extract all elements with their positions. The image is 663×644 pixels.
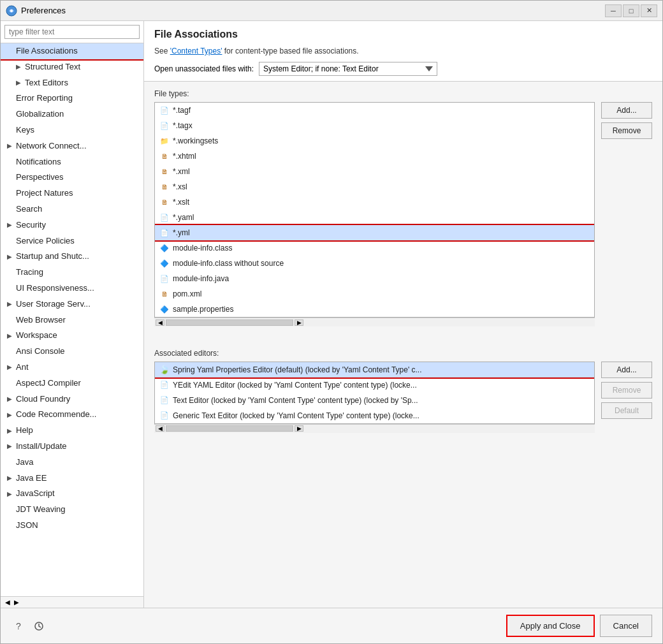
- sidebar-item-search[interactable]: Search: [1, 201, 143, 217]
- file-type-icon: 📄: [160, 228, 169, 237]
- sidebar-item-keys[interactable]: Keys: [1, 122, 143, 138]
- list-item[interactable]: 🗎 pom.xml: [155, 286, 594, 302]
- sidebar-back-button[interactable]: ◀: [3, 598, 12, 606]
- sidebar-item-java[interactable]: Java: [1, 455, 143, 471]
- cancel-button[interactable]: Cancel: [600, 615, 652, 637]
- sidebar-item-label: Error Reporting: [16, 92, 73, 105]
- list-item[interactable]: 📄 module-info.java: [155, 271, 594, 286]
- arrow-icon: ▶: [7, 299, 13, 309]
- list-item[interactable]: 📄 *.tagf: [155, 103, 594, 118]
- sidebar-item-aspectj-compiler[interactable]: AspectJ Compiler: [1, 376, 143, 392]
- sidebar-item-cloud-foundry[interactable]: ▶ Cloud Foundry: [1, 392, 143, 407]
- scroll-thumb[interactable]: [166, 425, 293, 432]
- sidebar-item-java-ee[interactable]: ▶ Java EE: [1, 471, 143, 487]
- sidebar-item-install-update[interactable]: ▶ Install/Update: [1, 439, 143, 455]
- editor-item-yedit[interactable]: 📄 YEdit YAML Editor (locked by 'Yaml Con…: [155, 377, 594, 393]
- sidebar-item-error-reporting[interactable]: Error Reporting: [1, 91, 143, 106]
- file-types-label: File types:: [154, 89, 652, 98]
- list-item-yml[interactable]: 📄 *.yml: [155, 225, 594, 240]
- scroll-right-arrow[interactable]: ▶: [295, 425, 303, 432]
- sidebar-item-javascript[interactable]: ▶ JavaScript: [1, 486, 143, 502]
- scroll-right-arrow[interactable]: ▶: [295, 319, 303, 326]
- list-item[interactable]: 🔷 module-info.class: [155, 240, 594, 256]
- sidebar-item-label: UI Responsiveness...: [16, 282, 94, 295]
- sidebar-item-structured-text[interactable]: ▶ Structured Text: [1, 59, 143, 75]
- sidebar-forward-button[interactable]: ▶: [12, 598, 21, 606]
- editor-label: Text Editor (locked by 'Yaml Content Typ…: [173, 395, 418, 406]
- sidebar-item-perspectives[interactable]: Perspectives: [1, 170, 143, 186]
- help-button[interactable]: ?: [11, 618, 26, 634]
- sidebar-item-help[interactable]: ▶ Help: [1, 423, 143, 439]
- restore-defaults-button[interactable]: [31, 618, 47, 634]
- filter-input[interactable]: [4, 25, 140, 39]
- add-editor-button[interactable]: Add...: [601, 362, 652, 378]
- list-item[interactable]: 🔷 module-info.class without source: [155, 256, 594, 271]
- sidebar-item-workspace[interactable]: ▶ Workspace: [1, 328, 143, 344]
- remove-file-type-button[interactable]: Remove: [601, 122, 652, 139]
- file-type-label: *.xml: [173, 166, 190, 177]
- list-item[interactable]: 📄 *.tagx: [155, 118, 594, 133]
- editor-item-text-editor[interactable]: 📄 Text Editor (locked by 'Yaml Content T…: [155, 393, 594, 408]
- sidebar-item-label: Keys: [16, 124, 34, 137]
- sidebar-item-text-editors[interactable]: ▶ Text Editors: [1, 75, 143, 91]
- sidebar-item-label: Project Natures: [16, 187, 73, 200]
- content-types-link[interactable]: 'Content Types': [170, 47, 222, 55]
- bottom-right-buttons: Apply and Close Cancel: [506, 615, 652, 637]
- sidebar-item-ansi-console[interactable]: Ansi Console: [1, 344, 143, 360]
- apply-close-button[interactable]: Apply and Close: [506, 615, 595, 637]
- list-item[interactable]: 🗎 *.xhtml: [155, 149, 594, 164]
- sidebar-item-label: AspectJ Compiler: [16, 377, 81, 390]
- minimize-button[interactable]: ─: [605, 4, 622, 17]
- sidebar-item-network-connect[interactable]: ▶ Network Connect...: [1, 138, 143, 154]
- sidebar-item-security[interactable]: ▶ Security: [1, 217, 143, 233]
- sidebar-item-json[interactable]: JSON: [1, 518, 143, 534]
- sidebar-item-web-browser[interactable]: Web Browser: [1, 312, 143, 328]
- sidebar-item-label: JDT Weaving: [16, 503, 66, 516]
- list-item[interactable]: 🗎 *.xsl: [155, 179, 594, 194]
- list-item[interactable]: 📄 *.yaml: [155, 210, 594, 225]
- sidebar-item-notifications[interactable]: Notifications: [1, 154, 143, 170]
- list-item[interactable]: 🗎 *.xml: [155, 164, 594, 179]
- sidebar-item-startup-shutdown[interactable]: ▶ Startup and Shutc...: [1, 249, 143, 265]
- editor-item-generic-text[interactable]: 📄 Generic Text Editor (locked by 'Yaml C…: [155, 408, 594, 423]
- file-types-h-scrollbar[interactable]: ◀ ▶: [154, 318, 595, 326]
- maximize-button[interactable]: □: [623, 4, 639, 17]
- scroll-left-arrow[interactable]: ◀: [156, 425, 164, 432]
- sidebar-item-label: Java: [16, 456, 33, 469]
- sidebar-item-label: Structured Text: [25, 61, 80, 74]
- sidebar-tree: File Associations ▶ Structured Text ▶ Te…: [1, 43, 143, 596]
- sidebar-item-file-associations[interactable]: File Associations: [1, 43, 143, 59]
- editor-item-spring-yaml[interactable]: 🍃 Spring Yaml Properties Editor (default…: [155, 362, 594, 377]
- preferences-window: Preferences ─ □ ✕ File Associations: [0, 0, 663, 644]
- editors-list: 🍃 Spring Yaml Properties Editor (default…: [154, 362, 595, 424]
- sidebar-item-user-storage[interactable]: ▶ User Storage Serv...: [1, 296, 143, 312]
- file-type-label: pom.xml: [173, 288, 201, 300]
- close-button[interactable]: ✕: [641, 4, 657, 17]
- list-item[interactable]: 🔷 sample.properties: [155, 302, 594, 317]
- remove-editor-button[interactable]: Remove: [601, 382, 652, 399]
- editors-section: Associated editors: 🍃 Spring Yaml Proper…: [154, 349, 652, 601]
- arrow-icon: ▶: [7, 252, 13, 262]
- spring-icon: 🍃: [160, 365, 169, 374]
- list-item[interactable]: 🗎 *.xslt: [155, 194, 594, 210]
- sidebar-item-tracing[interactable]: Tracing: [1, 265, 143, 281]
- sidebar-item-code-recommende[interactable]: ▶ Code Recommende...: [1, 407, 143, 423]
- list-item[interactable]: 📁 *.workingsets: [155, 133, 594, 149]
- scroll-left-arrow[interactable]: ◀: [156, 319, 164, 326]
- sidebar-item-globalization[interactable]: Globalization: [1, 106, 143, 122]
- scroll-thumb[interactable]: [166, 319, 293, 326]
- open-with-select[interactable]: System Editor; if none: Text Editor Text…: [259, 62, 437, 76]
- sidebar-item-label: Network Connect...: [16, 140, 87, 153]
- sidebar-item-ant[interactable]: ▶ Ant: [1, 360, 143, 376]
- sidebar-item-project-natures[interactable]: Project Natures: [1, 186, 143, 201]
- editors-h-scrollbar[interactable]: ◀ ▶: [154, 424, 595, 433]
- arrow-icon: ▶: [7, 331, 13, 341]
- sidebar-item-ui-responsiveness[interactable]: UI Responsiveness...: [1, 281, 143, 296]
- sidebar-item-jdt-weaving[interactable]: JDT Weaving: [1, 502, 143, 518]
- sidebar-item-service-policies[interactable]: Service Policies: [1, 233, 143, 249]
- arrow-icon: ▶: [7, 362, 13, 372]
- file-type-label: module-info.class without source: [173, 258, 284, 269]
- file-type-icon: 🔷: [160, 244, 169, 252]
- default-editor-button[interactable]: Default: [601, 402, 652, 419]
- add-file-type-button[interactable]: Add...: [601, 102, 652, 119]
